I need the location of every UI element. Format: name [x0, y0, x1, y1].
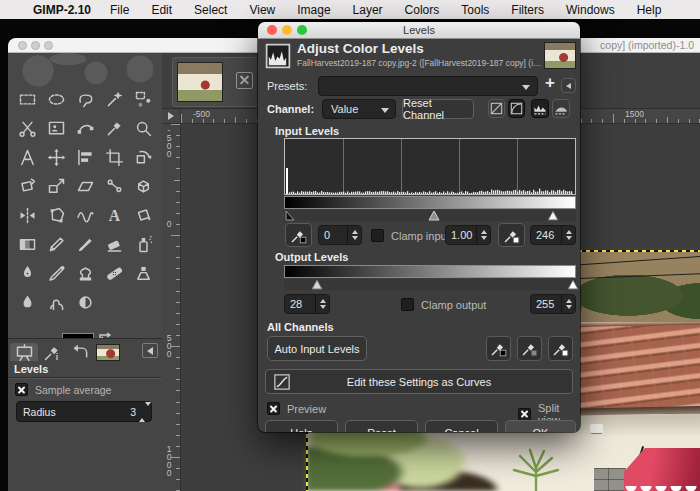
- tool-warp-transform[interactable]: [71, 201, 100, 230]
- tool-align[interactable]: [71, 143, 100, 172]
- preview-checkbox[interactable]: [267, 402, 280, 415]
- menu-filters[interactable]: Filters: [500, 3, 555, 17]
- tool-select-by-color[interactable]: [129, 85, 158, 114]
- input-high-slider[interactable]: [547, 210, 559, 221]
- reset-channel-button[interactable]: Reset Channel: [402, 99, 474, 119]
- tool-dodge-burn[interactable]: [71, 288, 100, 317]
- tool-smudge[interactable]: [42, 288, 71, 317]
- tool-flip[interactable]: [13, 201, 42, 230]
- tool-zoom[interactable]: [129, 114, 158, 143]
- add-preset-button[interactable]: +: [545, 73, 555, 93]
- all-black-point-button[interactable]: [486, 336, 511, 361]
- all-white-point-button[interactable]: [548, 336, 573, 361]
- output-high-slider[interactable]: [567, 279, 579, 290]
- tool-rotate[interactable]: [129, 143, 158, 172]
- help-button[interactable]: Help: [265, 420, 338, 432]
- vertical-ruler[interactable]: -50005001000: [162, 124, 181, 491]
- tool-paintbrush[interactable]: [71, 230, 100, 259]
- input-low-slider[interactable]: [284, 210, 296, 221]
- gamma-spinbox[interactable]: 1.00: [445, 225, 491, 245]
- radius-spin-arrows[interactable]: [139, 406, 151, 418]
- dock-menu-button[interactable]: [142, 343, 158, 358]
- tool-free-select[interactable]: [71, 85, 100, 114]
- window-zoom-button[interactable]: [44, 41, 53, 50]
- window-close-button[interactable]: [18, 41, 27, 50]
- tool-clone[interactable]: [71, 259, 100, 288]
- histogram-log-button[interactable]: [552, 99, 570, 118]
- tab-pointer-info[interactable]: i: [38, 343, 66, 361]
- tool-handle-transform[interactable]: [100, 172, 129, 201]
- radius-slider[interactable]: Radius 3: [16, 401, 152, 422]
- tab-image-thumbnail[interactable]: [94, 343, 122, 361]
- clamp-output-checkbox[interactable]: [401, 298, 414, 311]
- output-low-slider[interactable]: [311, 279, 323, 290]
- dialog-titlebar[interactable]: Levels: [258, 22, 580, 39]
- tool-airbrush[interactable]: [129, 230, 158, 259]
- menu-colors[interactable]: Colors: [394, 3, 451, 17]
- tool-bucket-fill[interactable]: [129, 201, 158, 230]
- output-high-spinbox[interactable]: 255: [530, 294, 576, 314]
- app-menu[interactable]: GIMP-2.10: [25, 3, 99, 17]
- reset-button[interactable]: Reset: [345, 420, 418, 432]
- pick-white-point-button[interactable]: [498, 223, 525, 247]
- tool-crop[interactable]: [100, 143, 129, 172]
- menu-file[interactable]: File: [99, 3, 140, 17]
- menu-select[interactable]: Select: [183, 3, 238, 17]
- tool-unified-transform[interactable]: [13, 172, 42, 201]
- tab-tool-options[interactable]: [10, 343, 38, 361]
- output-low-spinbox[interactable]: 28: [284, 294, 330, 314]
- ok-button[interactable]: OK: [505, 420, 576, 432]
- tab-undo-history[interactable]: [66, 343, 94, 361]
- tool-ink[interactable]: [13, 259, 42, 288]
- all-gray-point-button[interactable]: [517, 336, 542, 361]
- ruler-corner-button[interactable]: [162, 109, 181, 124]
- menu-tools[interactable]: Tools: [450, 3, 500, 17]
- pick-black-point-button[interactable]: [285, 223, 312, 247]
- tool-pencil[interactable]: [42, 230, 71, 259]
- sample-average-checkbox[interactable]: [15, 383, 28, 396]
- input-gamma-slider[interactable]: [428, 210, 440, 221]
- tool-shear[interactable]: [71, 172, 100, 201]
- dialog-zoom-button[interactable]: [297, 25, 307, 35]
- input-high-spinbox[interactable]: 246: [530, 225, 576, 245]
- linear-histogram-toggle[interactable]: [488, 99, 505, 118]
- tool-perspective-clone[interactable]: [129, 259, 158, 288]
- input-low-spinbox[interactable]: 0: [318, 225, 362, 245]
- output-slider-track[interactable]: [284, 279, 576, 290]
- tool-text[interactable]: A: [100, 201, 129, 230]
- tool-move[interactable]: [42, 143, 71, 172]
- tool-mypaint-brush[interactable]: [42, 259, 71, 288]
- tool-heal[interactable]: [100, 259, 129, 288]
- presets-menu-button[interactable]: [561, 78, 576, 93]
- tool-eraser[interactable]: [100, 230, 129, 259]
- menu-view[interactable]: View: [238, 3, 286, 17]
- menu-image[interactable]: Image: [286, 3, 341, 17]
- close-tab-icon[interactable]: [236, 72, 253, 89]
- menu-help[interactable]: Help: [626, 3, 673, 17]
- presets-dropdown[interactable]: [318, 76, 538, 96]
- tool-scale[interactable]: [42, 172, 71, 201]
- tool-gradient[interactable]: [13, 230, 42, 259]
- menu-windows[interactable]: Windows: [555, 3, 626, 17]
- input-slider-track[interactable]: [284, 210, 576, 221]
- tool-fuzzy-select[interactable]: [100, 85, 129, 114]
- histogram-linear-button[interactable]: [531, 99, 549, 118]
- image-tab[interactable]: [172, 57, 262, 107]
- dialog-close-button[interactable]: [267, 25, 277, 35]
- tool-rectangle-select[interactable]: [13, 85, 42, 114]
- menu-edit[interactable]: Edit: [140, 3, 183, 17]
- tool-color-picker[interactable]: [100, 114, 129, 143]
- clamp-input-checkbox[interactable]: [371, 229, 384, 242]
- tool-cage-transform[interactable]: [42, 201, 71, 230]
- split-view-checkbox[interactable]: [518, 408, 531, 421]
- tool-measure[interactable]: [13, 143, 42, 172]
- tool-scissors-select[interactable]: [13, 114, 42, 143]
- tool-3d-transform[interactable]: [129, 172, 158, 201]
- tool-foreground-select[interactable]: [42, 114, 71, 143]
- channel-dropdown[interactable]: Value: [322, 99, 396, 119]
- tool-blur-sharpen[interactable]: [13, 288, 42, 317]
- dialog-minimize-button[interactable]: [282, 25, 292, 35]
- window-minimize-button[interactable]: [31, 41, 40, 50]
- tool-paths[interactable]: [71, 114, 100, 143]
- tool-ellipse-select[interactable]: [42, 85, 71, 114]
